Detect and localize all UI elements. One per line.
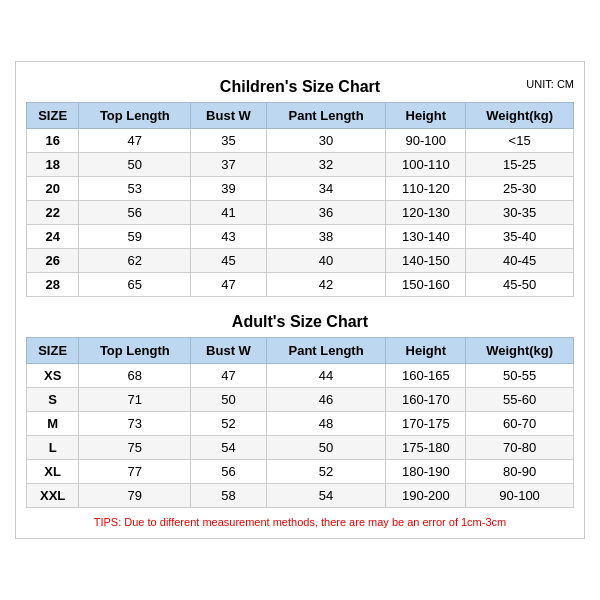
table-cell: 160-165 bbox=[386, 364, 466, 388]
table-cell: 38 bbox=[266, 225, 386, 249]
table-row: 20533934110-12025-30 bbox=[27, 177, 574, 201]
children-section-title: Children's Size Chart UNIT: CM bbox=[26, 72, 574, 98]
table-cell: 175-180 bbox=[386, 436, 466, 460]
column-header: Top Length bbox=[79, 103, 191, 129]
table-cell: 40-45 bbox=[466, 249, 574, 273]
column-header: Top Length bbox=[79, 338, 191, 364]
table-cell: 35-40 bbox=[466, 225, 574, 249]
column-header: Height bbox=[386, 103, 466, 129]
table-cell: 45 bbox=[191, 249, 266, 273]
table-cell: 130-140 bbox=[386, 225, 466, 249]
table-cell: 37 bbox=[191, 153, 266, 177]
table-cell: 190-200 bbox=[386, 484, 466, 508]
column-header: Pant Length bbox=[266, 338, 386, 364]
table-cell: 120-130 bbox=[386, 201, 466, 225]
table-cell: 44 bbox=[266, 364, 386, 388]
table-cell: 150-160 bbox=[386, 273, 466, 297]
table-cell: 15-25 bbox=[466, 153, 574, 177]
table-cell: 79 bbox=[79, 484, 191, 508]
table-cell: 68 bbox=[79, 364, 191, 388]
table-row: 28654742150-16045-50 bbox=[27, 273, 574, 297]
column-header: SIZE bbox=[27, 338, 79, 364]
table-row: S715046160-17055-60 bbox=[27, 388, 574, 412]
table-cell: S bbox=[27, 388, 79, 412]
unit-label: UNIT: CM bbox=[526, 78, 574, 90]
table-cell: 100-110 bbox=[386, 153, 466, 177]
table-cell: 25-30 bbox=[466, 177, 574, 201]
table-cell: 43 bbox=[191, 225, 266, 249]
table-cell: 60-70 bbox=[466, 412, 574, 436]
table-row: 26624540140-15040-45 bbox=[27, 249, 574, 273]
table-cell: 22 bbox=[27, 201, 79, 225]
table-cell: 35 bbox=[191, 129, 266, 153]
table-cell: 46 bbox=[266, 388, 386, 412]
table-cell: 90-100 bbox=[466, 484, 574, 508]
table-cell: 56 bbox=[79, 201, 191, 225]
table-cell: 52 bbox=[266, 460, 386, 484]
table-cell: 54 bbox=[266, 484, 386, 508]
table-cell: 50-55 bbox=[466, 364, 574, 388]
column-header: Pant Length bbox=[266, 103, 386, 129]
adult-header-row: SIZETop LengthBust WPant LengthHeightWei… bbox=[27, 338, 574, 364]
table-cell: 180-190 bbox=[386, 460, 466, 484]
table-row: XS684744160-16550-55 bbox=[27, 364, 574, 388]
table-cell: 16 bbox=[27, 129, 79, 153]
table-cell: 32 bbox=[266, 153, 386, 177]
table-cell: 140-150 bbox=[386, 249, 466, 273]
table-cell: 71 bbox=[79, 388, 191, 412]
table-cell: 34 bbox=[266, 177, 386, 201]
table-cell: 62 bbox=[79, 249, 191, 273]
table-row: L755450175-18070-80 bbox=[27, 436, 574, 460]
table-cell: 30-35 bbox=[466, 201, 574, 225]
table-cell: 90-100 bbox=[386, 129, 466, 153]
table-cell: 52 bbox=[191, 412, 266, 436]
table-cell: <15 bbox=[466, 129, 574, 153]
table-cell: 110-120 bbox=[386, 177, 466, 201]
table-cell: 50 bbox=[191, 388, 266, 412]
table-cell: 73 bbox=[79, 412, 191, 436]
table-cell: 24 bbox=[27, 225, 79, 249]
adult-size-table: SIZETop LengthBust WPant LengthHeightWei… bbox=[26, 337, 574, 508]
table-cell: 160-170 bbox=[386, 388, 466, 412]
tips-text: TIPS: Due to different measurement metho… bbox=[26, 516, 574, 528]
table-cell: 56 bbox=[191, 460, 266, 484]
table-cell: 50 bbox=[79, 153, 191, 177]
table-cell: L bbox=[27, 436, 79, 460]
column-header: Weight(kg) bbox=[466, 103, 574, 129]
table-cell: 65 bbox=[79, 273, 191, 297]
table-cell: 28 bbox=[27, 273, 79, 297]
column-header: Height bbox=[386, 338, 466, 364]
table-row: XXL795854190-20090-100 bbox=[27, 484, 574, 508]
adult-section-title: Adult's Size Chart bbox=[26, 307, 574, 333]
table-row: 22564136120-13030-35 bbox=[27, 201, 574, 225]
table-cell: 170-175 bbox=[386, 412, 466, 436]
table-cell: 55-60 bbox=[466, 388, 574, 412]
table-cell: 59 bbox=[79, 225, 191, 249]
children-header-row: SIZETop LengthBust WPant LengthHeightWei… bbox=[27, 103, 574, 129]
table-cell: 18 bbox=[27, 153, 79, 177]
table-cell: 45-50 bbox=[466, 273, 574, 297]
table-cell: M bbox=[27, 412, 79, 436]
table-cell: 53 bbox=[79, 177, 191, 201]
table-row: 24594338130-14035-40 bbox=[27, 225, 574, 249]
size-chart-container: Children's Size Chart UNIT: CM SIZETop L… bbox=[15, 61, 585, 539]
column-header: SIZE bbox=[27, 103, 79, 129]
table-row: M735248170-17560-70 bbox=[27, 412, 574, 436]
table-cell: XS bbox=[27, 364, 79, 388]
adult-title-text: Adult's Size Chart bbox=[232, 313, 368, 330]
table-cell: 70-80 bbox=[466, 436, 574, 460]
table-cell: 36 bbox=[266, 201, 386, 225]
children-size-table: SIZETop LengthBust WPant LengthHeightWei… bbox=[26, 102, 574, 297]
table-cell: 30 bbox=[266, 129, 386, 153]
table-cell: 47 bbox=[79, 129, 191, 153]
table-cell: 54 bbox=[191, 436, 266, 460]
table-row: 18503732100-11015-25 bbox=[27, 153, 574, 177]
table-cell: 48 bbox=[266, 412, 386, 436]
table-cell: 41 bbox=[191, 201, 266, 225]
table-cell: 42 bbox=[266, 273, 386, 297]
table-cell: 75 bbox=[79, 436, 191, 460]
table-row: XL775652180-19080-90 bbox=[27, 460, 574, 484]
table-cell: 26 bbox=[27, 249, 79, 273]
table-cell: 39 bbox=[191, 177, 266, 201]
table-cell: 47 bbox=[191, 364, 266, 388]
